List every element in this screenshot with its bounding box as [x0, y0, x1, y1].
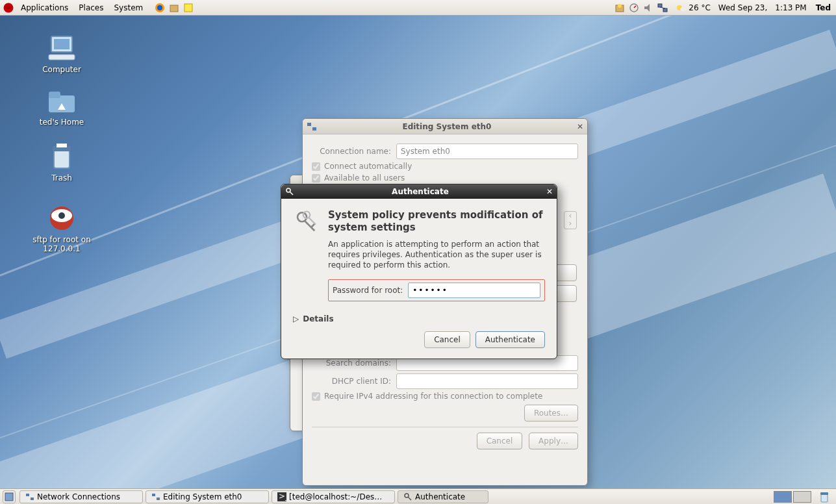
svg-point-30 [58, 212, 65, 219]
desktop-icon-home[interactable]: ted's Home [13, 89, 110, 127]
icon-label: Trash [51, 173, 72, 183]
svg-rect-41 [26, 494, 29, 496]
password-input[interactable] [408, 283, 540, 298]
key-icon [403, 492, 412, 501]
svg-line-48 [408, 497, 411, 500]
menu-applications[interactable]: Applications [16, 0, 73, 16]
svg-rect-12 [663, 8, 667, 12]
svg-rect-11 [658, 4, 662, 7]
checkbox-all-users[interactable] [312, 174, 320, 183]
input-dhcp-client[interactable] [396, 373, 578, 389]
show-desktop-button[interactable] [3, 490, 16, 503]
svg-line-34 [290, 192, 293, 195]
clock-date[interactable]: Wed Sep 23, [718, 3, 768, 12]
password-label: Password for root: [333, 286, 403, 295]
icon-label: sftp for root on 127.0.0.1 [32, 235, 91, 253]
button-apply[interactable]: Apply… [529, 433, 578, 449]
details-expander[interactable]: ▷Details [293, 314, 545, 323]
svg-rect-4 [170, 5, 178, 12]
triangle-right-icon: ▷ [293, 314, 299, 323]
package-icon[interactable] [169, 3, 179, 13]
svg-rect-49 [821, 494, 828, 502]
button-authenticate[interactable]: Authenticate [475, 331, 545, 348]
button-cancel[interactable]: Cancel [424, 331, 470, 348]
titlebar[interactable]: Authenticate ✕ [281, 184, 557, 199]
svg-rect-43 [152, 494, 155, 496]
desktop-icon-trash[interactable]: Trash [13, 142, 110, 183]
network-icon [25, 492, 34, 501]
cpu-meter-icon[interactable] [629, 3, 639, 13]
svg-rect-44 [157, 498, 160, 500]
checkbox-require-ipv4[interactable] [312, 392, 320, 401]
network-icon [151, 492, 160, 501]
temperature: 26 °C [689, 3, 710, 12]
clock-time[interactable]: 1:13 PM [775, 3, 806, 12]
panel-right: 26 °C Wed Sep 23, 1:13 PM Ted [614, 3, 833, 13]
svg-marker-10 [644, 4, 650, 12]
svg-rect-31 [307, 123, 311, 126]
task-authenticate[interactable]: Authenticate [398, 490, 488, 503]
label-dhcp-client: DHCP client ID: [312, 377, 396, 386]
user-menu[interactable]: Ted [816, 3, 831, 12]
workspace-switcher[interactable] [771, 491, 814, 503]
update-icon[interactable] [614, 3, 625, 13]
volume-icon[interactable] [643, 3, 653, 13]
button-routes[interactable]: Routes… [524, 405, 578, 422]
svg-point-15 [680, 7, 687, 11]
svg-point-7 [618, 4, 622, 8]
dialog-authenticate: Authenticate ✕ System policy prevents mo… [281, 184, 557, 359]
svg-line-37 [311, 224, 314, 227]
svg-rect-27 [57, 144, 67, 147]
svg-rect-32 [312, 127, 316, 131]
svg-rect-21 [54, 39, 70, 49]
desktop-icon-sftp[interactable]: sftp for root on 127.0.0.1 [13, 204, 110, 253]
label-require-ipv4: Require IPv4 addressing for this connect… [324, 392, 542, 401]
network-icon[interactable] [657, 3, 668, 13]
workspace-2[interactable] [793, 491, 811, 503]
label-connection-name: Connection name: [312, 147, 396, 156]
workspace-1[interactable] [774, 491, 792, 503]
terminal-icon: >_ [277, 492, 286, 501]
notepad-icon[interactable] [183, 3, 194, 13]
svg-rect-40 [5, 493, 13, 501]
icon-label: ted's Home [40, 118, 84, 127]
desktop[interactable]: Computer ted's Home Trash sftp for root … [0, 16, 836, 488]
task-editing-eth0[interactable]: Editing System eth0 [146, 490, 269, 503]
icon-label: Computer [42, 65, 81, 74]
checkbox-connect-auto[interactable] [312, 162, 320, 171]
svg-text:>_: >_ [279, 492, 286, 501]
label-all-users: Available to all users [324, 173, 405, 183]
key-icon [285, 187, 294, 196]
input-connection-name[interactable] [396, 144, 578, 159]
auth-heading: System policy prevents modification of s… [328, 209, 545, 234]
close-button[interactable]: ✕ [546, 187, 553, 196]
top-panel: Applications Places System 26 °C Wed Sep… [0, 0, 836, 16]
titlebar[interactable]: Editing System eth0 ✕ [303, 119, 587, 134]
task-terminal[interactable]: >_[ted@localhost:~/Des… [272, 490, 395, 503]
task-network-connections[interactable]: Network Connections [19, 490, 143, 503]
button-cancel[interactable]: Cancel [477, 433, 523, 449]
menu-places[interactable]: Places [73, 0, 108, 16]
svg-rect-50 [820, 492, 828, 495]
desktop-icon-computer[interactable]: Computer [13, 34, 110, 74]
close-button[interactable]: ✕ [577, 122, 583, 131]
label-connect-auto: Connect automatically [324, 162, 412, 171]
svg-rect-22 [49, 55, 75, 60]
svg-rect-42 [31, 498, 34, 500]
svg-rect-25 [54, 150, 70, 168]
auth-body-text: An application is attempting to perform … [328, 239, 545, 271]
network-icon [307, 121, 317, 132]
svg-line-13 [660, 7, 665, 8]
label-search-domains: Search domains: [312, 359, 396, 368]
svg-rect-24 [49, 92, 60, 98]
weather-icon [676, 3, 687, 13]
svg-point-3 [157, 5, 162, 10]
weather-applet[interactable]: 26 °C [676, 3, 710, 13]
window-title: Editing System eth0 [317, 122, 577, 131]
firefox-icon[interactable] [155, 3, 165, 13]
svg-line-9 [634, 6, 636, 8]
svg-rect-5 [184, 4, 192, 12]
trash-applet[interactable] [818, 490, 832, 503]
bottom-panel: Network Connections Editing System eth0 … [0, 488, 836, 504]
menu-system[interactable]: System [108, 0, 148, 16]
